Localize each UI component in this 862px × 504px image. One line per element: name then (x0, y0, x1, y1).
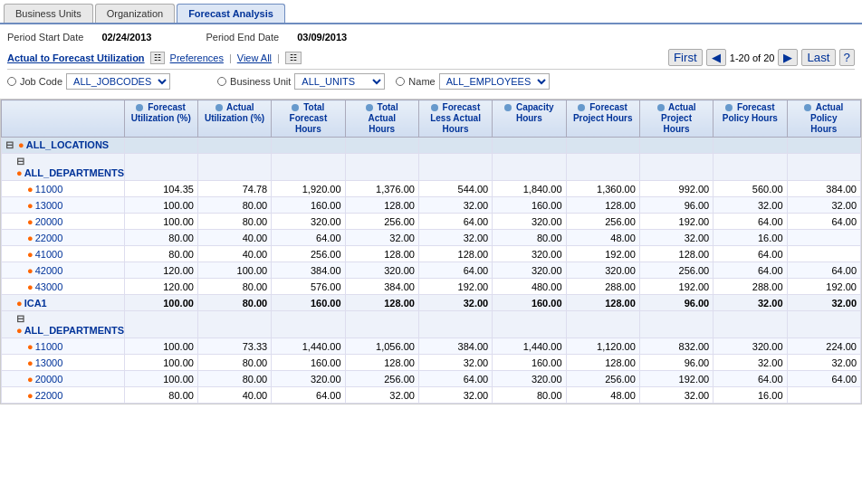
toolbar-icon[interactable]: ☷ (150, 52, 165, 64)
col-header-forecast-project[interactable]: ForecastProject Hours (566, 100, 639, 138)
row-dot-icon: ● (16, 325, 23, 336)
expand-icon[interactable]: ⊟ (16, 156, 24, 166)
period-end-label: Period End Date (206, 32, 279, 43)
data-cell: 256.00 (566, 214, 639, 230)
col-header-forecast-less[interactable]: ForecastLess ActualHours (418, 100, 492, 138)
name-radio[interactable] (396, 77, 405, 86)
col-header-actual-util[interactable]: ActualUtilization (%) (197, 100, 271, 138)
name-select[interactable]: ALL_EMPLOYEES (439, 73, 550, 90)
preferences-link[interactable]: Preferences (170, 52, 224, 63)
data-cell: 32.00 (345, 387, 418, 404)
empty-cell (639, 311, 713, 338)
tab-business-units[interactable]: Business Units (4, 4, 93, 23)
row-name-label[interactable]: 11000 (35, 341, 63, 352)
row-name-cell: ●43000 (2, 279, 125, 295)
tab-organization[interactable]: Organization (95, 4, 175, 23)
col-header-total-actual[interactable]: TotalActualHours (345, 100, 418, 138)
data-cell: 192.00 (418, 279, 492, 295)
data-cell: 80.00 (197, 355, 271, 371)
data-cell: 100.00 (197, 262, 271, 279)
col-header-actual-policy[interactable]: ActualPolicyHours (787, 100, 860, 138)
row-dot-icon: ● (27, 374, 34, 385)
businessunit-select[interactable]: ALL_UNITS (294, 73, 385, 90)
data-cell (787, 387, 860, 404)
jobcode-select[interactable]: ALL_JOBCODES (66, 73, 170, 90)
data-cell: 160.00 (493, 355, 566, 371)
data-cell: 100.00 (124, 355, 197, 371)
data-cell: 320.00 (272, 214, 345, 230)
table-row: ●4100080.0040.00256.00128.00128.00320.00… (2, 246, 861, 262)
data-cell: 32.00 (418, 295, 492, 311)
data-cell: 128.00 (345, 246, 418, 262)
data-cell: 32.00 (418, 355, 492, 371)
table-row: ●2200080.0040.0064.0032.0032.0080.0048.0… (2, 387, 861, 404)
data-cell: 40.00 (197, 230, 271, 246)
data-cell: 320.00 (345, 262, 418, 279)
expand-icon[interactable]: ⊟ (5, 139, 14, 150)
table-row: ●20000100.0080.00320.00256.0064.00320.00… (2, 214, 861, 230)
data-cell: 32.00 (787, 197, 860, 214)
data-cell: 80.00 (124, 246, 197, 262)
row-name-cell: ●13000 (2, 197, 125, 214)
row-name-link[interactable]: ALL_DEPARTMENTS (24, 167, 124, 178)
empty-cell (566, 311, 639, 338)
row-name-label[interactable]: 22000 (35, 233, 63, 243)
jobcode-label: Job Code (20, 76, 62, 87)
empty-cell (418, 138, 492, 154)
row-name-label[interactable]: 22000 (35, 390, 63, 401)
period-start-label: Period Start Date (7, 32, 83, 43)
data-cell: 120.00 (124, 279, 197, 295)
businessunit-radio[interactable] (217, 77, 226, 86)
row-name-label[interactable]: 41000 (35, 249, 63, 260)
pagination: First ◀ 1-20 of 20 ▶ Last ? (668, 49, 855, 66)
jobcode-radio[interactable] (7, 77, 16, 86)
tab-forecast-analysis[interactable]: Forecast Analysis (177, 4, 285, 23)
next-button[interactable]: ▶ (778, 49, 798, 66)
data-cell: 64.00 (787, 214, 860, 230)
col-header-name (2, 100, 125, 138)
help-button[interactable]: ? (839, 49, 855, 66)
data-cell: 32.00 (787, 355, 860, 371)
data-cell: 320.00 (272, 371, 345, 387)
data-cell: 80.00 (197, 371, 271, 387)
row-name-label[interactable]: 20000 (35, 374, 63, 385)
row-name-label[interactable]: 42000 (35, 265, 63, 276)
row-name-label[interactable]: 43000 (35, 281, 63, 292)
data-cell: 128.00 (418, 246, 492, 262)
row-name-link[interactable]: ALL_LOCATIONS (26, 139, 109, 150)
view-all-link[interactable]: View All (237, 52, 272, 63)
empty-cell (197, 154, 271, 181)
data-cell: 48.00 (566, 230, 639, 246)
data-cell: 384.00 (418, 338, 492, 355)
row-name-label[interactable]: ICA1 (24, 298, 47, 309)
row-name-label[interactable]: 11000 (35, 184, 63, 195)
data-cell: 80.00 (197, 295, 271, 311)
col-header-capacity[interactable]: CapacityHours (493, 100, 566, 138)
data-cell: 128.00 (566, 295, 639, 311)
last-button[interactable]: Last (801, 49, 835, 66)
col-header-total-forecast[interactable]: TotalForecastHours (272, 100, 345, 138)
col-header-forecast-policy[interactable]: ForecastPolicy Hours (714, 100, 787, 138)
empty-cell (124, 154, 197, 181)
actual-forecast-link[interactable]: Actual to Forecast Utilization (7, 52, 145, 63)
period-row: Period Start Date 02/24/2013 Period End … (7, 28, 855, 46)
row-name-label[interactable]: 20000 (35, 216, 63, 227)
row-name-label[interactable]: 13000 (35, 357, 63, 368)
row-name-cell: ●20000 (2, 371, 125, 387)
data-cell: 560.00 (714, 181, 787, 197)
period-end-value: 03/09/2013 (297, 32, 347, 43)
col-header-forecast-util[interactable]: ForecastUtilization (%) (124, 100, 197, 138)
row-name-link[interactable]: ALL_DEPARTMENTS (24, 325, 124, 336)
data-cell: 80.00 (197, 279, 271, 295)
empty-cell (787, 311, 860, 338)
data-cell: 100.00 (124, 338, 197, 355)
data-cell: 320.00 (566, 262, 639, 279)
data-cell: 32.00 (714, 197, 787, 214)
first-button[interactable]: First (668, 49, 703, 66)
row-name-label[interactable]: 13000 (35, 200, 63, 211)
grid-icon[interactable]: ☷ (285, 52, 302, 64)
prev-button[interactable]: ◀ (706, 49, 726, 66)
col-header-actual-project[interactable]: ActualProjectHours (639, 100, 713, 138)
col-icon-forecast-policy (725, 104, 733, 111)
expand-icon[interactable]: ⊟ (16, 313, 24, 324)
